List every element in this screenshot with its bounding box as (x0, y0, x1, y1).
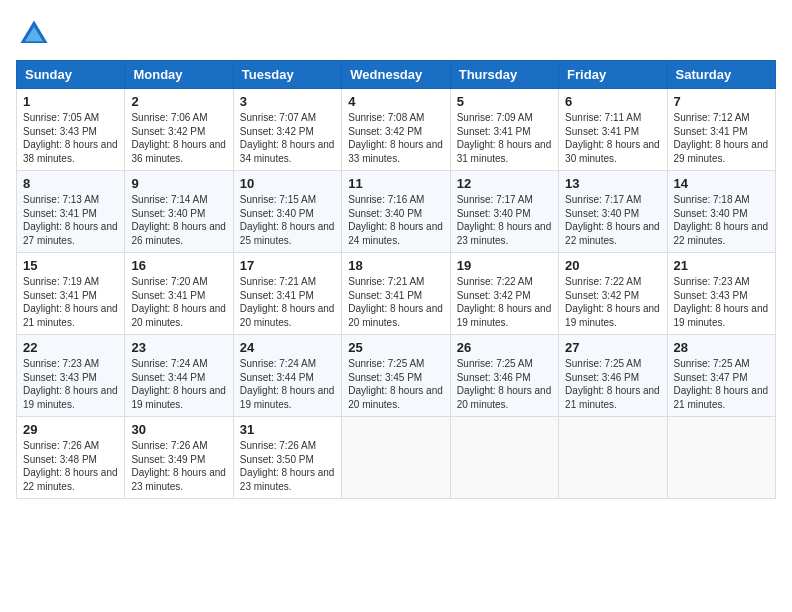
day-number: 1 (23, 94, 118, 109)
calendar-cell: 9Sunrise: 7:14 AMSunset: 3:40 PMDaylight… (125, 171, 233, 253)
calendar-cell: 24Sunrise: 7:24 AMSunset: 3:44 PMDayligh… (233, 335, 341, 417)
calendar-cell (342, 417, 450, 499)
calendar-cell: 11Sunrise: 7:16 AMSunset: 3:40 PMDayligh… (342, 171, 450, 253)
calendar-cell: 3Sunrise: 7:07 AMSunset: 3:42 PMDaylight… (233, 89, 341, 171)
calendar-cell: 27Sunrise: 7:25 AMSunset: 3:46 PMDayligh… (559, 335, 667, 417)
day-number: 23 (131, 340, 226, 355)
day-number: 29 (23, 422, 118, 437)
week-row-1: 1Sunrise: 7:05 AMSunset: 3:43 PMDaylight… (17, 89, 776, 171)
cell-info: Sunrise: 7:25 AMSunset: 3:47 PMDaylight:… (674, 357, 769, 411)
calendar-cell: 2Sunrise: 7:06 AMSunset: 3:42 PMDaylight… (125, 89, 233, 171)
cell-info: Sunrise: 7:26 AMSunset: 3:49 PMDaylight:… (131, 439, 226, 493)
day-number: 27 (565, 340, 660, 355)
calendar-cell: 23Sunrise: 7:24 AMSunset: 3:44 PMDayligh… (125, 335, 233, 417)
calendar-cell: 26Sunrise: 7:25 AMSunset: 3:46 PMDayligh… (450, 335, 558, 417)
cell-info: Sunrise: 7:25 AMSunset: 3:46 PMDaylight:… (457, 357, 552, 411)
calendar-cell (667, 417, 775, 499)
col-header-friday: Friday (559, 61, 667, 89)
calendar-table: SundayMondayTuesdayWednesdayThursdayFrid… (16, 60, 776, 499)
col-header-wednesday: Wednesday (342, 61, 450, 89)
day-number: 13 (565, 176, 660, 191)
calendar-cell (450, 417, 558, 499)
calendar-cell: 8Sunrise: 7:13 AMSunset: 3:41 PMDaylight… (17, 171, 125, 253)
calendar-cell: 19Sunrise: 7:22 AMSunset: 3:42 PMDayligh… (450, 253, 558, 335)
calendar-cell: 1Sunrise: 7:05 AMSunset: 3:43 PMDaylight… (17, 89, 125, 171)
calendar-cell: 13Sunrise: 7:17 AMSunset: 3:40 PMDayligh… (559, 171, 667, 253)
day-number: 2 (131, 94, 226, 109)
page-container: SundayMondayTuesdayWednesdayThursdayFrid… (16, 16, 776, 499)
calendar-cell: 10Sunrise: 7:15 AMSunset: 3:40 PMDayligh… (233, 171, 341, 253)
calendar-cell: 15Sunrise: 7:19 AMSunset: 3:41 PMDayligh… (17, 253, 125, 335)
cell-info: Sunrise: 7:25 AMSunset: 3:45 PMDaylight:… (348, 357, 443, 411)
day-number: 31 (240, 422, 335, 437)
week-row-5: 29Sunrise: 7:26 AMSunset: 3:48 PMDayligh… (17, 417, 776, 499)
calendar-cell: 6Sunrise: 7:11 AMSunset: 3:41 PMDaylight… (559, 89, 667, 171)
cell-info: Sunrise: 7:06 AMSunset: 3:42 PMDaylight:… (131, 111, 226, 165)
day-number: 24 (240, 340, 335, 355)
calendar-cell: 18Sunrise: 7:21 AMSunset: 3:41 PMDayligh… (342, 253, 450, 335)
calendar-cell: 28Sunrise: 7:25 AMSunset: 3:47 PMDayligh… (667, 335, 775, 417)
cell-info: Sunrise: 7:09 AMSunset: 3:41 PMDaylight:… (457, 111, 552, 165)
col-header-thursday: Thursday (450, 61, 558, 89)
day-number: 11 (348, 176, 443, 191)
day-number: 14 (674, 176, 769, 191)
day-number: 3 (240, 94, 335, 109)
cell-info: Sunrise: 7:13 AMSunset: 3:41 PMDaylight:… (23, 193, 118, 247)
day-number: 22 (23, 340, 118, 355)
day-number: 10 (240, 176, 335, 191)
col-header-monday: Monday (125, 61, 233, 89)
cell-info: Sunrise: 7:21 AMSunset: 3:41 PMDaylight:… (348, 275, 443, 329)
calendar-cell: 4Sunrise: 7:08 AMSunset: 3:42 PMDaylight… (342, 89, 450, 171)
day-number: 17 (240, 258, 335, 273)
day-number: 16 (131, 258, 226, 273)
cell-info: Sunrise: 7:16 AMSunset: 3:40 PMDaylight:… (348, 193, 443, 247)
cell-info: Sunrise: 7:20 AMSunset: 3:41 PMDaylight:… (131, 275, 226, 329)
day-number: 4 (348, 94, 443, 109)
cell-info: Sunrise: 7:25 AMSunset: 3:46 PMDaylight:… (565, 357, 660, 411)
logo-icon (16, 16, 52, 52)
cell-info: Sunrise: 7:22 AMSunset: 3:42 PMDaylight:… (565, 275, 660, 329)
day-number: 20 (565, 258, 660, 273)
cell-info: Sunrise: 7:23 AMSunset: 3:43 PMDaylight:… (23, 357, 118, 411)
col-header-saturday: Saturday (667, 61, 775, 89)
calendar-cell: 25Sunrise: 7:25 AMSunset: 3:45 PMDayligh… (342, 335, 450, 417)
col-header-tuesday: Tuesday (233, 61, 341, 89)
calendar-cell: 12Sunrise: 7:17 AMSunset: 3:40 PMDayligh… (450, 171, 558, 253)
cell-info: Sunrise: 7:24 AMSunset: 3:44 PMDaylight:… (131, 357, 226, 411)
day-number: 28 (674, 340, 769, 355)
day-number: 30 (131, 422, 226, 437)
calendar-cell: 20Sunrise: 7:22 AMSunset: 3:42 PMDayligh… (559, 253, 667, 335)
calendar-cell: 17Sunrise: 7:21 AMSunset: 3:41 PMDayligh… (233, 253, 341, 335)
calendar-cell: 5Sunrise: 7:09 AMSunset: 3:41 PMDaylight… (450, 89, 558, 171)
cell-info: Sunrise: 7:23 AMSunset: 3:43 PMDaylight:… (674, 275, 769, 329)
calendar-cell: 21Sunrise: 7:23 AMSunset: 3:43 PMDayligh… (667, 253, 775, 335)
day-number: 25 (348, 340, 443, 355)
calendar-cell: 22Sunrise: 7:23 AMSunset: 3:43 PMDayligh… (17, 335, 125, 417)
cell-info: Sunrise: 7:08 AMSunset: 3:42 PMDaylight:… (348, 111, 443, 165)
week-row-3: 15Sunrise: 7:19 AMSunset: 3:41 PMDayligh… (17, 253, 776, 335)
day-number: 9 (131, 176, 226, 191)
calendar-cell (559, 417, 667, 499)
header (16, 16, 776, 52)
cell-info: Sunrise: 7:05 AMSunset: 3:43 PMDaylight:… (23, 111, 118, 165)
cell-info: Sunrise: 7:15 AMSunset: 3:40 PMDaylight:… (240, 193, 335, 247)
calendar-cell: 29Sunrise: 7:26 AMSunset: 3:48 PMDayligh… (17, 417, 125, 499)
cell-info: Sunrise: 7:07 AMSunset: 3:42 PMDaylight:… (240, 111, 335, 165)
cell-info: Sunrise: 7:17 AMSunset: 3:40 PMDaylight:… (565, 193, 660, 247)
header-row: SundayMondayTuesdayWednesdayThursdayFrid… (17, 61, 776, 89)
week-row-4: 22Sunrise: 7:23 AMSunset: 3:43 PMDayligh… (17, 335, 776, 417)
logo (16, 16, 56, 52)
day-number: 21 (674, 258, 769, 273)
day-number: 5 (457, 94, 552, 109)
cell-info: Sunrise: 7:17 AMSunset: 3:40 PMDaylight:… (457, 193, 552, 247)
calendar-cell: 30Sunrise: 7:26 AMSunset: 3:49 PMDayligh… (125, 417, 233, 499)
day-number: 26 (457, 340, 552, 355)
day-number: 6 (565, 94, 660, 109)
day-number: 7 (674, 94, 769, 109)
day-number: 12 (457, 176, 552, 191)
cell-info: Sunrise: 7:21 AMSunset: 3:41 PMDaylight:… (240, 275, 335, 329)
cell-info: Sunrise: 7:11 AMSunset: 3:41 PMDaylight:… (565, 111, 660, 165)
day-number: 18 (348, 258, 443, 273)
cell-info: Sunrise: 7:12 AMSunset: 3:41 PMDaylight:… (674, 111, 769, 165)
week-row-2: 8Sunrise: 7:13 AMSunset: 3:41 PMDaylight… (17, 171, 776, 253)
